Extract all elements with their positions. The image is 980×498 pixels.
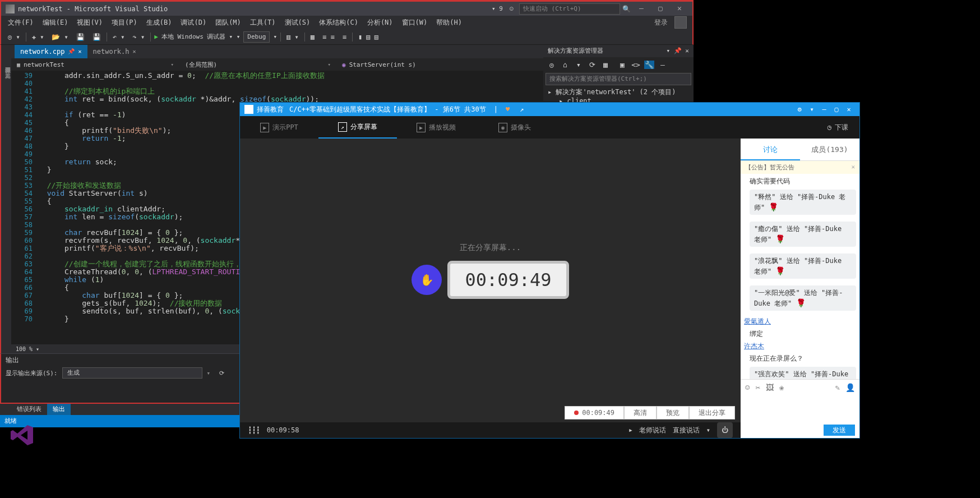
- talk-dropdown-icon[interactable]: ▾: [706, 426, 710, 434]
- tab-close-icon[interactable]: ✕: [133, 45, 136, 58]
- home-icon[interactable]: ⌂: [560, 61, 570, 69]
- undo-icon[interactable]: ↶ ▾: [110, 33, 127, 41]
- vs-config-dropdown[interactable]: Debug: [243, 31, 270, 43]
- nav-back-icon[interactable]: ◎ ▾: [6, 33, 22, 41]
- home-icon[interactable]: ◎: [547, 61, 557, 69]
- toolbar-icon[interactable]: ≡: [340, 33, 349, 41]
- dropdown-icon[interactable]: ▾: [806, 105, 818, 113]
- vs-menu-item[interactable]: 团队(M): [211, 18, 246, 27]
- vs-menu-item[interactable]: 生成(B): [142, 18, 177, 27]
- live-class-end[interactable]: ◷下课: [816, 123, 859, 132]
- live-mode-tab[interactable]: ▶播放视频: [397, 116, 475, 139]
- minimize-icon[interactable]: —: [818, 105, 830, 113]
- vs-debugger-label[interactable]: 本地 Windows 调试器: [161, 33, 226, 41]
- edit-icon[interactable]: ✎: [835, 383, 840, 392]
- live-chat-textarea[interactable]: [741, 395, 859, 422]
- vs-menu-item[interactable]: 项目(P): [107, 18, 142, 27]
- vs-menu-item[interactable]: 视图(V): [72, 18, 107, 27]
- toolbar-icon[interactable]: ⟳: [219, 370, 224, 377]
- live-mode-tab[interactable]: ↗分享屏幕: [318, 116, 397, 139]
- save-all-icon[interactable]: 💾: [90, 33, 103, 41]
- toolbar-icon[interactable]: ▾: [574, 61, 584, 69]
- toolbar-icon[interactable]: —: [658, 61, 668, 69]
- close-icon[interactable]: ✕: [671, 3, 688, 15]
- live-talk-mode-2[interactable]: 直接说话: [673, 426, 700, 435]
- toolbar-icon[interactable]: <>: [631, 61, 641, 69]
- save-icon[interactable]: 💾: [74, 33, 87, 41]
- new-item-icon[interactable]: ✚ ▾: [30, 33, 47, 41]
- vs-tool-margin[interactable]: 服务器资源管理器 工具箱: [1, 58, 11, 353]
- live-chat-list[interactable]: 确实需要代码"释然" 送给 "择善-Duke 老师" 🌹"癒の傷" 送给 "择善…: [741, 174, 859, 379]
- tab-icon: ↗: [338, 122, 347, 132]
- vs-menu-item[interactable]: 编辑(E): [38, 18, 73, 27]
- live-mode-tab[interactable]: ▶演示PPT: [240, 116, 318, 139]
- close-icon[interactable]: ✕: [843, 105, 855, 113]
- vs-editor-tab[interactable]: network.h✕: [87, 45, 142, 58]
- live-titlebar: 择善教育 C/C++零基础到超级黑客技术实战【择善教育】 - 第6节 共30节 …: [240, 103, 859, 116]
- vs-quick-launch[interactable]: 快速启动 (Ctrl+Q): [519, 3, 620, 15]
- live-send-button[interactable]: 发送: [824, 425, 855, 436]
- tab-icon: ▶: [417, 123, 426, 132]
- live-record-indicator[interactable]: 00:09:49: [565, 406, 624, 419]
- vs-menu-item[interactable]: 窗口(W): [397, 18, 432, 27]
- vs-notification-badge[interactable]: ▾ 9: [492, 5, 503, 12]
- chat-message: "癒の傷" 送给 "择善-Duke 老师" 🌹: [744, 220, 856, 250]
- redo-icon[interactable]: ↷ ▾: [131, 33, 147, 41]
- live-side-tab[interactable]: 成员(193): [800, 139, 859, 160]
- person-icon[interactable]: 👤: [845, 383, 855, 392]
- vs-bottom-tab[interactable]: 错误列表: [11, 404, 47, 415]
- vs-context-scope[interactable]: (全局范围)▾: [179, 61, 336, 69]
- live-side-tab[interactable]: 讨论: [741, 139, 800, 160]
- vs-menu-item[interactable]: 帮助(H): [432, 18, 466, 27]
- live-exit-button[interactable]: 退出分享: [689, 406, 735, 419]
- play-icon[interactable]: ▶: [154, 33, 158, 40]
- maximize-icon[interactable]: ▢: [652, 3, 669, 15]
- vs-taskbar-icon[interactable]: [8, 422, 35, 449]
- vs-editor-tab[interactable]: network.cpp📌✕: [15, 45, 87, 58]
- properties-icon[interactable]: 🔧: [644, 61, 654, 69]
- vs-menu-item[interactable]: 文件(F): [3, 18, 38, 27]
- live-talk-mode-1[interactable]: 老师说话: [639, 426, 666, 435]
- emoji-icon[interactable]: ☺: [745, 383, 750, 392]
- toolbar-icon[interactable]: ▦: [308, 33, 317, 41]
- vs-bottom-tab[interactable]: 输出: [47, 404, 71, 415]
- vs-menu-item[interactable]: 工具(T): [246, 18, 280, 27]
- live-preview-button[interactable]: 预览: [657, 406, 689, 419]
- settings-icon[interactable]: ⚙: [793, 105, 806, 113]
- vs-menu-item[interactable]: 测试(S): [280, 18, 315, 27]
- toolbar-icon[interactable]: ▮ ▤ ▤: [356, 33, 381, 41]
- image-icon[interactable]: 🖼: [766, 383, 774, 392]
- live-hd-button[interactable]: 高清: [624, 406, 657, 419]
- open-icon[interactable]: 📂 ▾: [49, 33, 70, 41]
- toolbar-icon[interactable]: ▦: [600, 61, 611, 69]
- search-icon[interactable]: 🔍: [622, 5, 631, 13]
- vs-context-func[interactable]: ◉StartServer(int s): [336, 61, 422, 68]
- share-icon[interactable]: ↗: [520, 105, 524, 113]
- vs-output-source-select[interactable]: 生成: [62, 367, 202, 379]
- hand-icon[interactable]: ✋: [412, 265, 442, 295]
- pin-icon[interactable]: ▾ 📌 ✕: [667, 45, 690, 57]
- toolbar-icon[interactable]: ▣: [617, 61, 627, 69]
- chat-message: 绑定: [744, 329, 856, 339]
- notice-close-icon[interactable]: ✕: [851, 163, 855, 172]
- vs-avatar-icon[interactable]: [674, 16, 687, 29]
- live-mode-tab[interactable]: ◉摄像头: [475, 116, 554, 139]
- heart-icon[interactable]: ♥: [506, 105, 510, 113]
- vs-context-project[interactable]: ▦networkTest▾: [11, 61, 179, 68]
- pin-icon[interactable]: 📌: [68, 45, 75, 58]
- toolbar-icon[interactable]: ≡ ≡: [320, 33, 337, 41]
- minimize-icon[interactable]: —: [633, 3, 650, 15]
- vs-solution-search[interactable]: 搜索解决方案资源管理器(Ctrl+;): [546, 73, 691, 85]
- tab-close-icon[interactable]: ✕: [78, 45, 81, 58]
- vs-menu-item[interactable]: 调试(D): [176, 18, 211, 27]
- vs-menu-item[interactable]: 体系结构(C): [315, 18, 363, 27]
- toolbar-icon[interactable]: ▥ ▾: [284, 33, 301, 41]
- vs-menu-item[interactable]: 分析(N): [363, 18, 397, 27]
- refresh-icon[interactable]: ⟳: [587, 61, 597, 69]
- power-icon[interactable]: ⏻: [717, 422, 733, 438]
- scissors-icon[interactable]: ✂: [755, 383, 760, 392]
- vs-feedback-icon[interactable]: ☺: [510, 5, 514, 13]
- maximize-icon[interactable]: ▢: [830, 105, 843, 113]
- flower-icon[interactable]: ❀: [779, 383, 784, 392]
- vs-login-link[interactable]: 登录: [654, 18, 668, 27]
